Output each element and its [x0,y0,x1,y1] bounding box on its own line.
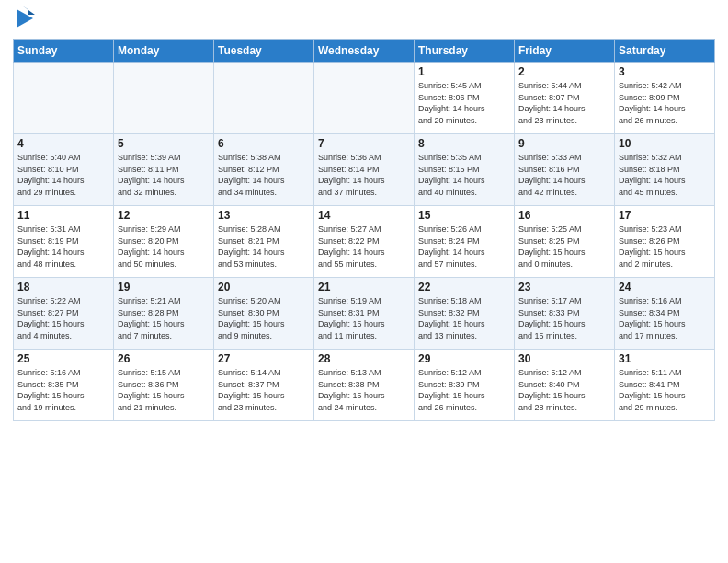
calendar-cell: 3Sunrise: 5:42 AM Sunset: 8:09 PM Daylig… [615,63,715,134]
calendar-cell: 15Sunrise: 5:26 AM Sunset: 8:24 PM Dayli… [415,206,515,278]
day-info: Sunrise: 5:42 AM Sunset: 8:09 PM Dayligh… [619,80,711,126]
header [13,9,715,31]
calendar-cell: 31Sunrise: 5:11 AM Sunset: 8:41 PM Dayli… [615,350,715,421]
calendar-cell: 28Sunrise: 5:13 AM Sunset: 8:38 PM Dayli… [314,350,415,421]
calendar-week-3: 11Sunrise: 5:31 AM Sunset: 8:19 PM Dayli… [14,206,715,278]
calendar-cell: 24Sunrise: 5:16 AM Sunset: 8:34 PM Dayli… [615,278,715,350]
day-info: Sunrise: 5:32 AM Sunset: 8:18 PM Dayligh… [619,152,711,198]
day-number: 5 [118,137,210,150]
weekday-header-saturday: Saturday [615,40,715,63]
day-number: 29 [418,352,510,365]
day-info: Sunrise: 5:44 AM Sunset: 8:07 PM Dayligh… [518,80,610,126]
day-info: Sunrise: 5:45 AM Sunset: 8:06 PM Dayligh… [418,80,510,126]
day-number: 17 [619,209,711,222]
day-info: Sunrise: 5:15 AM Sunset: 8:36 PM Dayligh… [118,367,210,413]
calendar-cell: 7Sunrise: 5:36 AM Sunset: 8:14 PM Daylig… [314,134,415,206]
day-number: 23 [518,281,610,293]
day-number: 31 [619,352,711,365]
page: SundayMondayTuesdayWednesdayThursdayFrid… [0,0,728,563]
day-number: 12 [118,209,210,222]
calendar-cell: 30Sunrise: 5:12 AM Sunset: 8:40 PM Dayli… [515,350,615,421]
calendar-cell: 16Sunrise: 5:25 AM Sunset: 8:25 PM Dayli… [515,206,615,278]
day-info: Sunrise: 5:25 AM Sunset: 8:25 PM Dayligh… [518,224,610,270]
day-number: 30 [518,352,610,365]
day-number: 27 [218,352,310,365]
day-number: 28 [318,352,410,365]
day-number: 8 [418,137,510,150]
day-info: Sunrise: 5:19 AM Sunset: 8:31 PM Dayligh… [318,295,410,341]
day-number: 19 [118,281,210,293]
day-info: Sunrise: 5:23 AM Sunset: 8:26 PM Dayligh… [619,224,711,270]
calendar-cell: 11Sunrise: 5:31 AM Sunset: 8:19 PM Dayli… [14,206,114,278]
weekday-header-thursday: Thursday [415,40,515,63]
calendar-cell: 19Sunrise: 5:21 AM Sunset: 8:28 PM Dayli… [114,278,214,350]
calendar-cell [314,63,415,134]
day-number: 22 [418,281,510,293]
day-number: 21 [318,281,410,293]
calendar-cell: 29Sunrise: 5:12 AM Sunset: 8:39 PM Dayli… [415,350,515,421]
day-info: Sunrise: 5:31 AM Sunset: 8:19 PM Dayligh… [17,224,109,270]
day-number: 18 [17,281,109,293]
day-info: Sunrise: 5:36 AM Sunset: 8:14 PM Dayligh… [318,152,410,198]
logo [13,9,35,31]
weekday-header-tuesday: Tuesday [214,40,314,63]
day-number: 26 [118,352,210,365]
logo-text [13,9,35,31]
day-number: 20 [218,281,310,293]
weekday-header-monday: Monday [114,40,214,63]
calendar-cell: 21Sunrise: 5:19 AM Sunset: 8:31 PM Dayli… [314,278,415,350]
day-number: 4 [17,137,109,150]
day-number: 16 [518,209,610,222]
calendar-cell: 26Sunrise: 5:15 AM Sunset: 8:36 PM Dayli… [114,350,214,421]
calendar-cell: 12Sunrise: 5:29 AM Sunset: 8:20 PM Dayli… [114,206,214,278]
day-info: Sunrise: 5:26 AM Sunset: 8:24 PM Dayligh… [418,224,510,270]
calendar-cell: 5Sunrise: 5:39 AM Sunset: 8:11 PM Daylig… [114,134,214,206]
day-number: 24 [619,281,711,293]
calendar-cell: 4Sunrise: 5:40 AM Sunset: 8:10 PM Daylig… [14,134,114,206]
day-info: Sunrise: 5:12 AM Sunset: 8:40 PM Dayligh… [518,367,610,413]
day-info: Sunrise: 5:16 AM Sunset: 8:34 PM Dayligh… [619,295,711,341]
calendar-cell: 25Sunrise: 5:16 AM Sunset: 8:35 PM Dayli… [14,350,114,421]
calendar-cell: 13Sunrise: 5:28 AM Sunset: 8:21 PM Dayli… [214,206,314,278]
day-info: Sunrise: 5:12 AM Sunset: 8:39 PM Dayligh… [418,367,510,413]
calendar-cell: 22Sunrise: 5:18 AM Sunset: 8:32 PM Dayli… [415,278,515,350]
day-info: Sunrise: 5:20 AM Sunset: 8:30 PM Dayligh… [218,295,310,341]
day-info: Sunrise: 5:38 AM Sunset: 8:12 PM Dayligh… [218,152,310,198]
day-info: Sunrise: 5:17 AM Sunset: 8:33 PM Dayligh… [518,295,610,341]
weekday-header-sunday: Sunday [14,40,114,63]
logo-icon [15,6,35,31]
calendar-week-2: 4Sunrise: 5:40 AM Sunset: 8:10 PM Daylig… [14,134,715,206]
day-number: 1 [418,65,510,78]
calendar-cell: 23Sunrise: 5:17 AM Sunset: 8:33 PM Dayli… [515,278,615,350]
day-info: Sunrise: 5:16 AM Sunset: 8:35 PM Dayligh… [17,367,109,413]
calendar-cell: 10Sunrise: 5:32 AM Sunset: 8:18 PM Dayli… [615,134,715,206]
calendar-table: SundayMondayTuesdayWednesdayThursdayFrid… [13,39,715,421]
calendar-week-1: 1Sunrise: 5:45 AM Sunset: 8:06 PM Daylig… [14,63,715,134]
day-info: Sunrise: 5:22 AM Sunset: 8:27 PM Dayligh… [17,295,109,341]
calendar-cell [114,63,214,134]
calendar-week-4: 18Sunrise: 5:22 AM Sunset: 8:27 PM Dayli… [14,278,715,350]
day-info: Sunrise: 5:21 AM Sunset: 8:28 PM Dayligh… [118,295,210,341]
calendar-cell: 20Sunrise: 5:20 AM Sunset: 8:30 PM Dayli… [214,278,314,350]
calendar-cell: 27Sunrise: 5:14 AM Sunset: 8:37 PM Dayli… [214,350,314,421]
day-info: Sunrise: 5:33 AM Sunset: 8:16 PM Dayligh… [518,152,610,198]
weekday-header-friday: Friday [515,40,615,63]
day-info: Sunrise: 5:35 AM Sunset: 8:15 PM Dayligh… [418,152,510,198]
weekday-header-row: SundayMondayTuesdayWednesdayThursdayFrid… [14,40,715,63]
calendar-cell: 9Sunrise: 5:33 AM Sunset: 8:16 PM Daylig… [515,134,615,206]
day-number: 10 [619,137,711,150]
day-info: Sunrise: 5:39 AM Sunset: 8:11 PM Dayligh… [118,152,210,198]
day-number: 9 [518,137,610,150]
calendar-cell: 1Sunrise: 5:45 AM Sunset: 8:06 PM Daylig… [415,63,515,134]
calendar-cell [14,63,114,134]
day-number: 15 [418,209,510,222]
day-number: 2 [518,65,610,78]
calendar-cell: 6Sunrise: 5:38 AM Sunset: 8:12 PM Daylig… [214,134,314,206]
day-info: Sunrise: 5:28 AM Sunset: 8:21 PM Dayligh… [218,224,310,270]
day-info: Sunrise: 5:11 AM Sunset: 8:41 PM Dayligh… [619,367,711,413]
day-info: Sunrise: 5:18 AM Sunset: 8:32 PM Dayligh… [418,295,510,341]
day-info: Sunrise: 5:29 AM Sunset: 8:20 PM Dayligh… [118,224,210,270]
day-number: 11 [17,209,109,222]
calendar-cell: 14Sunrise: 5:27 AM Sunset: 8:22 PM Dayli… [314,206,415,278]
day-number: 7 [318,137,410,150]
